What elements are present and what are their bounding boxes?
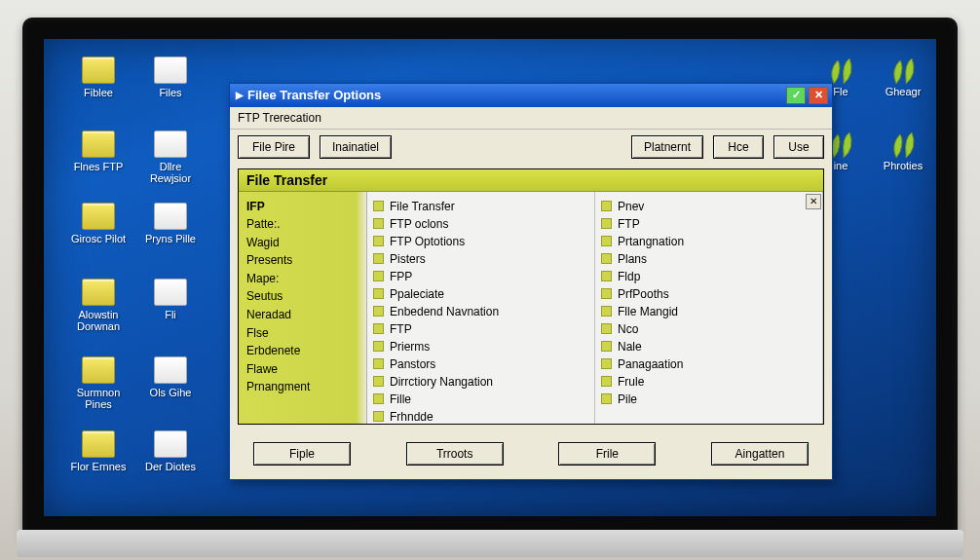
list-item[interactable]: PrfPooths <box>601 285 816 303</box>
folder-icon <box>82 203 115 230</box>
list-item[interactable]: FTP <box>601 215 816 233</box>
item-icon <box>601 306 612 317</box>
desktop-icon[interactable]: Surmnon Pines <box>69 356 128 410</box>
item-label: Frhndde <box>390 408 433 426</box>
item-label: Dirrctiory Nangation <box>390 373 493 391</box>
item-icon <box>601 218 612 229</box>
sidebar-item[interactable]: Presents <box>246 251 358 270</box>
icon-label: Fli <box>141 309 200 320</box>
item-label: File Transfer <box>390 198 455 215</box>
desktop-icon[interactable]: Files <box>141 56 200 98</box>
toolbar-btn-2[interactable]: Inainatiel <box>320 135 392 159</box>
list-item[interactable]: Dirrctiory Nangation <box>373 373 588 391</box>
list-item[interactable]: FTP Optotions <box>373 233 588 250</box>
folder-icon <box>82 356 115 384</box>
item-label: FPP <box>390 268 412 285</box>
item-label: Pisters <box>390 250 426 268</box>
icon-label: Alowstin Dorwnan <box>69 309 128 332</box>
item-icon <box>601 393 612 404</box>
list-item[interactable]: Plans <box>601 250 816 268</box>
item-icon <box>373 323 384 334</box>
sidebar-item[interactable]: Prnangment <box>246 378 358 396</box>
icon-label: Flnes FTP <box>69 161 128 172</box>
sidebar-item[interactable]: Erbdenete <box>246 342 358 360</box>
folder-icon <box>82 131 115 158</box>
item-icon <box>373 306 384 317</box>
item-label: FTP <box>618 215 640 233</box>
desktop-icon[interactable]: Flnes FTP <box>69 131 128 172</box>
icon-label: Fiblee <box>69 87 128 98</box>
sidebar-item[interactable]: IFP <box>246 198 358 216</box>
confirm-button[interactable]: ✓ <box>786 87 806 104</box>
item-icon <box>601 358 612 369</box>
file-icon <box>154 203 187 230</box>
item-label: FTP Optotions <box>390 233 465 250</box>
desktop-icon[interactable]: Flor Ernnes <box>69 430 128 472</box>
file-transfer-window: ▶ Filee Transfer Options ✓ ✕ FTP Trereca… <box>229 83 833 480</box>
footer-btn-1[interactable]: Fiple <box>253 442 351 466</box>
desktop-icon[interactable]: Fiblee <box>69 56 128 98</box>
item-label: Pile <box>618 391 637 408</box>
footer-btn-3[interactable]: Frile <box>558 442 656 466</box>
list-item[interactable]: Nco <box>601 320 816 338</box>
footer-btn-2[interactable]: Trroots <box>406 442 504 466</box>
list-item[interactable]: FTP <box>373 320 588 338</box>
sidebar-item[interactable]: Flse <box>246 324 358 343</box>
icon-label: Files <box>141 87 200 98</box>
desktop-icon[interactable]: Alowstin Dorwnan <box>69 279 128 332</box>
sidebar-item[interactable]: Patte:. <box>246 215 358 234</box>
desktop-icon[interactable]: Pryns Pille <box>141 203 200 244</box>
sidebar-item[interactable]: Mape: <box>246 270 358 288</box>
list-item[interactable]: Fille <box>373 391 588 408</box>
sidebar-item[interactable]: Wagid <box>246 234 358 252</box>
item-label: FTP oclons <box>390 215 448 233</box>
sidebar: IFPPatte:.WagidPresentsMape:SeutusNerada… <box>239 192 367 424</box>
desktop-icon[interactable]: Gheagr <box>874 56 932 97</box>
item-label: Nale <box>618 338 642 355</box>
sidebar-item[interactable]: Flawe <box>246 360 358 379</box>
item-icon <box>601 236 612 246</box>
list-item[interactable]: FPP <box>373 268 588 285</box>
titlebar[interactable]: ▶ Filee Transfer Options ✓ ✕ <box>230 84 832 107</box>
item-icon <box>373 236 384 246</box>
toolbar-btn-1[interactable]: File Pire <box>238 135 310 159</box>
list-item[interactable]: Panagaation <box>601 355 816 373</box>
desktop-icon[interactable]: Der Diotes <box>141 430 200 472</box>
desktop-icon[interactable]: Phroties <box>874 131 932 171</box>
list-item[interactable]: Frhndde <box>373 408 588 426</box>
item-label: Ppaleciate <box>390 285 444 303</box>
sidebar-item[interactable]: Neradad <box>246 306 358 324</box>
toolbar-btn-3[interactable]: Platnernt <box>631 135 703 159</box>
close-button[interactable]: ✕ <box>809 87 828 104</box>
footer-btn-4[interactable]: Aingatten <box>711 442 809 466</box>
folder-icon <box>82 430 115 458</box>
list-item[interactable]: Fldp <box>601 268 816 285</box>
desktop-icon[interactable]: Dllre Rewjsior <box>141 131 200 184</box>
toolbar-btn-4[interactable]: Hce <box>713 135 764 159</box>
toolbar-btn-5[interactable]: Use <box>773 135 824 159</box>
list-item[interactable]: Enbedend Navnation <box>373 303 588 320</box>
list-item[interactable]: Frule <box>601 373 816 391</box>
item-label: Prierms <box>390 338 430 355</box>
list-item[interactable]: FTP oclons <box>373 215 588 233</box>
titlebar-buttons: ✓ ✕ <box>786 87 828 104</box>
list-item[interactable]: Nale <box>601 338 816 355</box>
list-item[interactable]: Prierms <box>373 338 588 355</box>
list-item[interactable]: Prtangnation <box>601 233 816 250</box>
item-icon <box>373 376 384 387</box>
titlebar-arrow-icon: ▶ <box>236 90 244 100</box>
desktop-icon[interactable]: Ols Gihe <box>141 356 200 398</box>
scroll-close-icon[interactable]: ✕ <box>806 194 821 209</box>
sidebar-item[interactable]: Seutus <box>246 287 358 306</box>
list-item[interactable]: Pnev <box>601 198 816 215</box>
list-item[interactable]: Ppaleciate <box>373 285 588 303</box>
desktop-icon[interactable]: Fli <box>141 279 200 320</box>
list-item[interactable]: Panstors <box>373 355 588 373</box>
icon-label: Gheagr <box>874 86 932 97</box>
list-item[interactable]: File Transfer <box>373 198 588 215</box>
list-item[interactable]: Flle Mangid <box>601 303 816 320</box>
list-item[interactable]: Pile <box>601 391 816 408</box>
desktop-icon[interactable]: Girosc Pilot <box>69 203 128 244</box>
file-icon <box>154 356 187 384</box>
list-item[interactable]: Pisters <box>373 250 588 268</box>
